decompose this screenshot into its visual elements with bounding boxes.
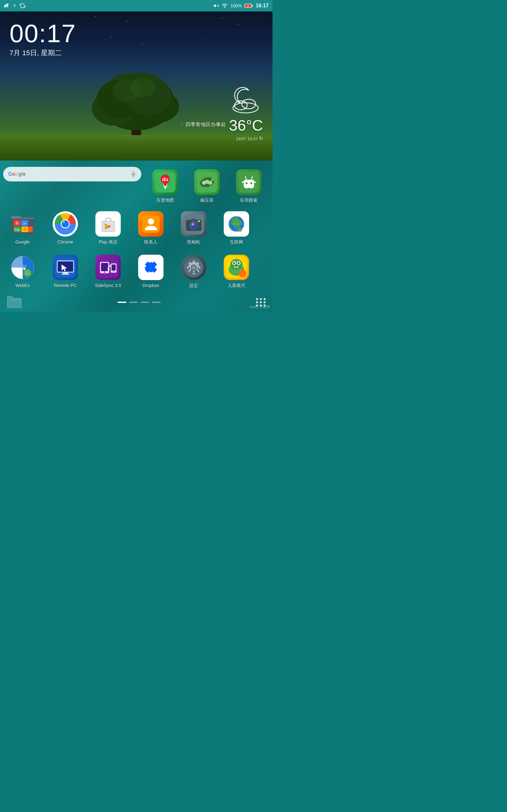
weather-icon xyxy=(225,86,263,114)
app-webex[interactable]: W WebEx xyxy=(2,252,43,291)
mic-icon[interactable] xyxy=(130,171,136,177)
app-sidesync[interactable]: SideSync 3.0 xyxy=(88,252,129,291)
svg-point-46 xyxy=(245,176,246,177)
svg-rect-41 xyxy=(245,186,247,189)
app-wandou[interactable]: 豌豆荚 xyxy=(186,167,228,206)
svg-point-102 xyxy=(113,271,114,272)
svg-text:↓: ↓ xyxy=(241,271,244,276)
webex-icon: W xyxy=(11,256,35,280)
svg-point-64 xyxy=(63,221,65,223)
svg-rect-25 xyxy=(133,172,134,175)
contacts-icon xyxy=(142,215,160,233)
battery-text: 100% xyxy=(230,3,242,8)
weather-updated: 14/07 15:47 ↻ xyxy=(180,136,263,142)
svg-rect-77 xyxy=(198,220,200,222)
bottom-folder[interactable] xyxy=(6,295,22,309)
svg-rect-76 xyxy=(191,218,196,220)
app-chrome[interactable]: Chrome xyxy=(45,209,86,247)
svg-point-89 xyxy=(24,270,31,276)
app-chrome-label: Chrome xyxy=(57,239,73,245)
page-dot-4[interactable] xyxy=(152,302,161,303)
app-play-store[interactable]: Play 商店 xyxy=(88,209,129,247)
svg-rect-92 xyxy=(58,262,72,271)
svg-point-117 xyxy=(192,265,196,270)
clock-time: 00:17 xyxy=(9,21,76,46)
app-google-folder-label: Google xyxy=(15,239,30,245)
status-right-icons: 100% ⚡ 16:17 xyxy=(213,3,269,9)
app-search[interactable]: 应用搜索 xyxy=(228,167,269,206)
svg-rect-98 xyxy=(101,263,108,271)
weather-widget: ♡ 四季青地区办事处 36°C 14/07 15:47 ↻ xyxy=(180,86,263,142)
usb-icon xyxy=(12,3,17,9)
weather-temperature: 36°C xyxy=(229,117,263,134)
app-settings[interactable]: 设定 xyxy=(173,252,214,291)
google-folder-icon: G g+ map xyxy=(10,211,35,237)
sidesync-icon xyxy=(98,257,118,278)
svg-point-120 xyxy=(230,259,243,270)
kids-mode-icon: ↓ xyxy=(225,256,247,278)
sync-icon xyxy=(20,3,25,9)
homescreen: Google du xyxy=(0,160,273,312)
clock-overlay: 00:17 7月 15日, 星期二 xyxy=(9,21,76,58)
apps-row-2: G g+ map Google xyxy=(0,207,273,249)
svg-text:G: G xyxy=(16,221,18,225)
app-play-store-label: Play 商店 xyxy=(99,239,117,245)
page-indicators xyxy=(118,302,161,303)
app-webex-label: WebEx xyxy=(15,283,30,288)
camera-icon xyxy=(183,214,204,235)
svg-text:du: du xyxy=(162,176,168,182)
mute-icon xyxy=(213,3,219,9)
app-camera[interactable]: 照相机 xyxy=(173,209,214,247)
svg-rect-59 xyxy=(28,226,33,232)
svg-point-129 xyxy=(235,265,236,266)
app-baidu-maps[interactable]: du 百度地图 xyxy=(145,167,186,206)
page-dot-1[interactable] xyxy=(118,302,126,303)
svg-rect-128 xyxy=(237,266,238,268)
baidu-maps-icon: du xyxy=(155,172,176,193)
svg-point-48 xyxy=(251,176,253,177)
page-dot-3[interactable] xyxy=(140,302,149,303)
search-area: Google xyxy=(3,167,145,182)
page-dot-2[interactable] xyxy=(129,302,138,303)
svg-point-6 xyxy=(225,7,225,8)
google-search-bar[interactable]: Google xyxy=(3,167,141,182)
app-contacts[interactable]: 联系人 xyxy=(130,209,171,247)
bottom-navigation xyxy=(0,293,273,312)
wallpaper: 00:17 7月 15日, 星期二 xyxy=(0,11,273,160)
svg-rect-8 xyxy=(251,5,252,7)
status-left-icons xyxy=(4,3,25,9)
google-logo: Google xyxy=(8,171,26,177)
app-remote-pc[interactable]: Remote PC xyxy=(45,252,86,291)
app-camera-label: 照相机 xyxy=(187,239,200,245)
tree-illustration xyxy=(89,73,184,143)
svg-point-75 xyxy=(192,223,193,224)
svg-point-39 xyxy=(245,182,247,184)
notification-icon xyxy=(4,3,9,9)
remote-pc-icon xyxy=(55,257,76,278)
wandou-icon xyxy=(197,172,217,193)
app-remote-pc-label: Remote PC xyxy=(54,283,77,288)
app-dropbox[interactable]: Dropbox xyxy=(130,252,171,291)
folder-icon xyxy=(6,295,22,308)
svg-point-130 xyxy=(237,265,238,266)
svg-rect-42 xyxy=(250,186,252,189)
svg-rect-101 xyxy=(112,264,116,271)
app-google-folder[interactable]: G g+ map Google xyxy=(2,209,43,247)
app-browser-label: 互联网 xyxy=(230,239,243,245)
svg-point-36 xyxy=(208,181,212,185)
app-kids-mode[interactable]: ↓ 儿童模式 xyxy=(216,252,257,291)
settings-icon xyxy=(183,257,204,278)
svg-point-63 xyxy=(62,220,69,228)
svg-point-125 xyxy=(234,262,235,263)
svg-point-40 xyxy=(250,182,252,184)
app-sidesync-label: SideSync 3.0 xyxy=(95,283,121,288)
svg-point-73 xyxy=(190,222,197,229)
app-search-label: 应用搜索 xyxy=(240,197,258,203)
svg-point-31 xyxy=(164,183,166,186)
clock-date: 7月 15日, 星期二 xyxy=(9,48,76,58)
app-browser[interactable]: 互联网 xyxy=(216,209,257,247)
svg-rect-93 xyxy=(63,272,68,274)
app-dropbox-label: Dropbox xyxy=(143,283,159,288)
dropbox-icon xyxy=(142,259,160,276)
svg-rect-94 xyxy=(61,274,69,275)
